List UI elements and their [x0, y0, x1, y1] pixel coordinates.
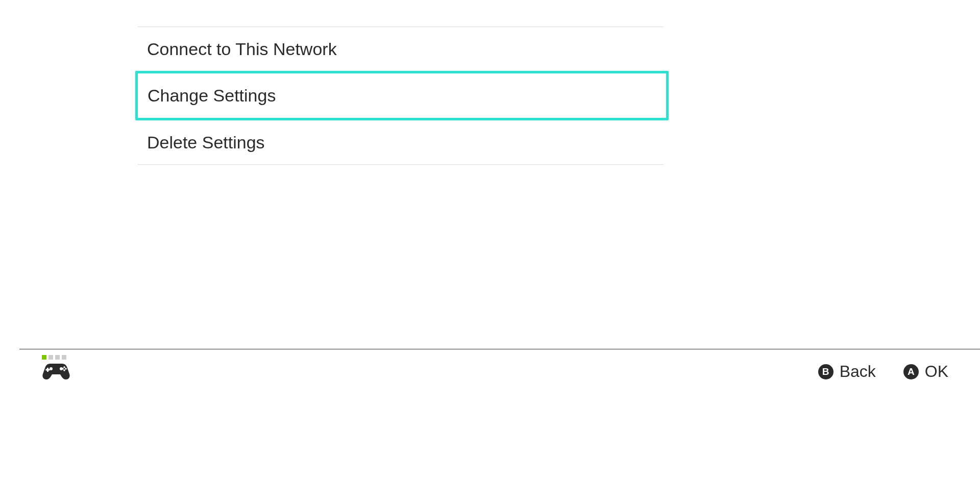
player-indicator-dots — [42, 355, 70, 360]
menu-item-label: Change Settings — [148, 86, 276, 106]
menu-item-change-settings[interactable]: Change Settings — [135, 71, 669, 120]
hint-ok[interactable]: A OK — [903, 362, 948, 381]
player-dot-1 — [42, 355, 46, 360]
hint-label: OK — [925, 362, 948, 381]
svg-point-5 — [65, 368, 67, 370]
player-dot-2 — [48, 355, 53, 360]
a-button-icon: A — [903, 364, 919, 379]
menu-item-delete-settings[interactable]: Delete Settings — [138, 120, 664, 165]
svg-point-0 — [50, 367, 53, 370]
svg-point-2 — [63, 366, 65, 368]
network-settings-menu: Connect to This Network Change Settings … — [138, 27, 664, 165]
hint-back[interactable]: B Back — [818, 362, 876, 381]
svg-point-3 — [63, 369, 65, 371]
menu-item-label: Delete Settings — [147, 133, 265, 152]
footer-hints: B Back A OK — [818, 362, 948, 381]
svg-point-4 — [62, 368, 64, 370]
controller-indicator — [42, 355, 70, 382]
player-dot-4 — [62, 355, 66, 360]
menu-item-label: Connect to This Network — [147, 39, 337, 59]
player-dot-3 — [55, 355, 60, 360]
svg-rect-7 — [46, 369, 50, 371]
footer-bar: B Back A OK — [0, 349, 980, 395]
controller-icon — [42, 362, 70, 380]
menu-item-connect[interactable]: Connect to This Network — [138, 27, 664, 71]
hint-label: Back — [840, 362, 876, 381]
b-button-icon: B — [818, 364, 834, 379]
